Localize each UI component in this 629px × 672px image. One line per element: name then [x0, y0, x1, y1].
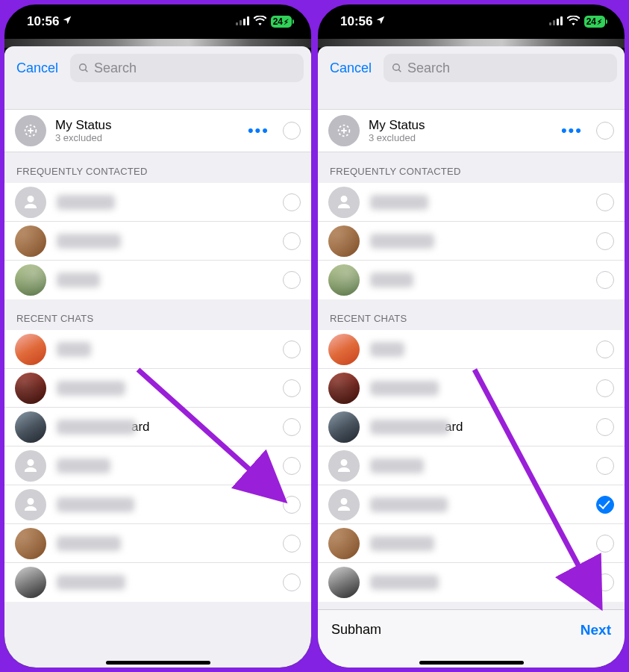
contact-row[interactable]	[4, 447, 311, 485]
avatar	[15, 411, 46, 443]
selection-footer: Subham Next	[318, 609, 625, 669]
sheet-toolbar: Cancel	[4, 46, 311, 90]
selection-circle[interactable]	[596, 496, 614, 514]
svg-rect-0	[236, 22, 238, 25]
my-status-subtitle: 3 excluded	[369, 132, 555, 143]
contact-row[interactable]	[4, 330, 311, 369]
contact-name	[370, 575, 589, 590]
status-bar: 10:56 24⚡︎	[4, 4, 311, 39]
clock: 10:56	[340, 14, 372, 29]
avatar	[15, 489, 46, 520]
contact-row[interactable]	[4, 261, 311, 299]
avatar	[328, 489, 360, 520]
next-button[interactable]: Next	[581, 622, 611, 638]
my-status-check[interactable]	[283, 122, 301, 140]
contact-row[interactable]	[318, 485, 625, 524]
my-status-check[interactable]	[596, 122, 614, 140]
avatar	[15, 528, 46, 559]
contact-name	[370, 381, 589, 396]
svg-rect-2	[243, 19, 245, 25]
selection-circle[interactable]	[283, 193, 301, 211]
contact-row[interactable]: ard	[318, 408, 625, 447]
search-input[interactable]	[94, 60, 296, 76]
selection-circle[interactable]	[596, 379, 614, 397]
more-button[interactable]: •••	[555, 118, 589, 143]
section-header: RECENT CHATS	[4, 299, 311, 330]
avatar	[328, 334, 360, 365]
my-status-title: My Status	[55, 118, 242, 133]
selection-circle[interactable]	[283, 232, 301, 250]
contact-name: ard	[370, 420, 589, 435]
selection-circle[interactable]	[596, 340, 614, 358]
avatar	[328, 567, 360, 598]
selected-name: Subham	[331, 622, 381, 638]
contact-row[interactable]	[318, 369, 625, 408]
my-status-row[interactable]: My Status 3 excluded •••	[4, 109, 311, 152]
section-header: FREQUENTLY CONTACTED	[318, 152, 625, 183]
avatar	[328, 225, 360, 257]
contact-name	[57, 575, 275, 590]
contact-row[interactable]	[318, 330, 625, 369]
search-input[interactable]	[407, 60, 610, 76]
contact-name	[370, 497, 589, 512]
my-status-title: My Status	[369, 118, 555, 133]
avatar	[328, 528, 360, 559]
selection-circle[interactable]	[283, 573, 301, 591]
more-button[interactable]: •••	[242, 118, 275, 143]
wifi-icon	[254, 14, 266, 29]
selection-circle[interactable]	[283, 457, 301, 475]
contact-row[interactable]	[318, 447, 625, 485]
search-icon	[78, 62, 90, 74]
selection-circle[interactable]	[596, 573, 614, 591]
avatar	[15, 225, 46, 257]
phone-right: 10:56 24⚡︎ Cancel	[316, 3, 626, 669]
selection-circle[interactable]	[283, 271, 301, 289]
contact-row[interactable]	[318, 563, 625, 602]
contact-row[interactable]	[318, 222, 625, 261]
section-frequently-contacted: FREQUENTLY CONTACTED	[318, 152, 625, 299]
selection-circle[interactable]	[283, 340, 301, 358]
contact-row[interactable]	[318, 183, 625, 222]
battery-icon: 24⚡︎	[584, 16, 605, 28]
search-field[interactable]	[70, 54, 304, 82]
selection-circle[interactable]	[596, 193, 614, 211]
home-indicator[interactable]	[419, 661, 524, 665]
search-field[interactable]	[384, 54, 617, 82]
svg-rect-10	[549, 22, 551, 25]
selection-circle[interactable]	[283, 379, 301, 397]
section-header: FREQUENTLY CONTACTED	[4, 152, 311, 183]
avatar	[15, 450, 46, 482]
contact-row[interactable]	[4, 524, 311, 563]
cancel-button[interactable]: Cancel	[12, 57, 63, 79]
selection-circle[interactable]	[283, 418, 301, 436]
search-icon	[391, 62, 403, 74]
selection-circle[interactable]	[596, 232, 614, 250]
contact-row[interactable]	[318, 261, 625, 299]
contact-row[interactable]	[4, 369, 311, 408]
my-status-row[interactable]: My Status 3 excluded •••	[318, 109, 625, 152]
svg-point-14	[393, 64, 400, 71]
selection-circle[interactable]	[283, 496, 301, 514]
contact-row[interactable]: ard	[4, 408, 311, 447]
contact-row[interactable]	[4, 222, 311, 261]
contact-name	[370, 234, 589, 249]
selection-circle[interactable]	[596, 457, 614, 475]
contact-name	[370, 342, 589, 357]
contact-row[interactable]	[318, 524, 625, 563]
phone-left: 10:56 24⚡︎ Cancel	[3, 3, 313, 669]
contact-row[interactable]	[4, 183, 311, 222]
contact-name	[57, 273, 275, 287]
svg-rect-3	[247, 16, 249, 25]
avatar	[15, 187, 46, 218]
section-header: RECENT CHATS	[318, 299, 625, 330]
cancel-button[interactable]: Cancel	[325, 57, 376, 79]
home-indicator[interactable]	[106, 661, 210, 665]
selection-circle[interactable]	[596, 271, 614, 289]
contact-row[interactable]	[4, 563, 311, 602]
selection-circle[interactable]	[596, 418, 614, 436]
selection-circle[interactable]	[283, 535, 301, 553]
contact-row[interactable]	[4, 485, 311, 524]
selection-circle[interactable]	[596, 535, 614, 553]
my-status-icon	[15, 115, 46, 146]
contact-name	[57, 342, 275, 357]
